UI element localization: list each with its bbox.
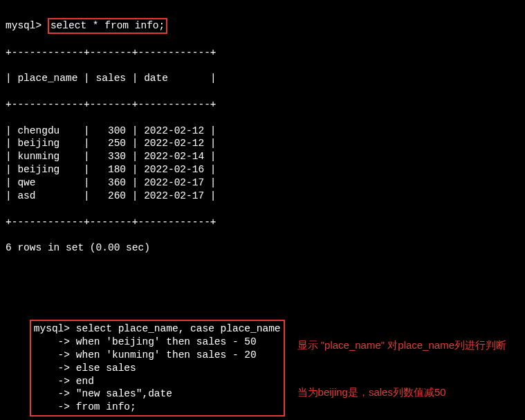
footer1: 6 rows in set (0.00 sec) bbox=[6, 241, 519, 255]
query2-line: -> when 'kunming' then sales - 20 bbox=[34, 349, 281, 362]
query1-highlight: select * from info; bbox=[48, 18, 167, 34]
query1-line: mysql> select * from info; bbox=[6, 19, 519, 33]
query2-line: -> when 'beijing' then sales - 50 bbox=[34, 336, 281, 349]
table1-sep: +------------+-------+------------+ bbox=[6, 98, 519, 111]
table1-sep: +------------+-------+------------+ bbox=[6, 216, 519, 229]
query2-line: mysql> select place_name, case place_nam… bbox=[34, 322, 281, 336]
table-row: | beijing | 180 | 2022-02-16 | bbox=[6, 163, 519, 176]
annot-line: 显示 "place_name" 对place_name列进行判断 bbox=[297, 338, 519, 354]
query2-line: -> from info; bbox=[34, 401, 281, 414]
query2-line: -> "new sales",date bbox=[34, 387, 281, 401]
query2-line: -> end bbox=[34, 375, 281, 388]
table-row: | asd | 260 | 2022-02-17 | bbox=[6, 190, 519, 203]
annot-line: 当为beijing是，sales列数值减50 bbox=[297, 385, 519, 401]
table1-header: | place_name | sales | date | bbox=[6, 72, 519, 85]
table-row: | beijing | 250 | 2022-02-12 | bbox=[6, 137, 519, 150]
query2-highlight: mysql> select place_name, case place_nam… bbox=[30, 320, 285, 417]
terminal: mysql> select * from info; +------------… bbox=[6, 6, 519, 420]
annotation-block: 显示 "place_name" 对place_name列进行判断 当为beiji… bbox=[285, 307, 519, 420]
table-row: | chengdu | 300 | 2022-02-12 | bbox=[6, 125, 519, 138]
table-row: | qwe | 360 | 2022-02-17 | bbox=[6, 176, 519, 190]
query2-line: -> else sales bbox=[34, 362, 281, 375]
table1-sep: +------------+-------+------------+ bbox=[6, 46, 519, 60]
table-row: | kunming | 330 | 2022-02-14 | bbox=[6, 150, 519, 163]
